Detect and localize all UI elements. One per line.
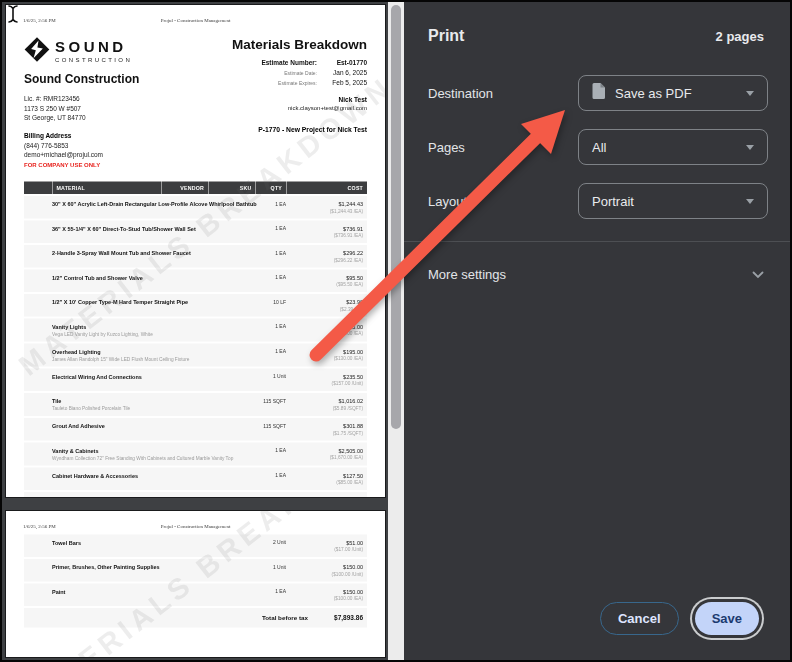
table-row: Vanity & Cabinets Wyndham Collection 72"… [24,442,367,465]
preview-page-1: MATERIALS BREAKDOWN 1/6/25, 2:56 PM Proj… [5,4,386,498]
material-unit-cost: ($85.00 /EA) [286,479,363,485]
print-footer-url: https://appv2.projul.com/#/estimates [24,498,104,499]
print-footer-line: https://appv2.projul.com/#/estimates 1/2 [24,498,367,499]
material-name: Vanity Lights [52,323,252,329]
material-cell: Grout And Adhesive [52,423,254,429]
material-name: 2-Handle 3-Spray Wall Mount Tub and Show… [52,250,252,256]
material-cell: 36" X 55-1/4" X 60" Direct-To-Stud Tub/S… [52,225,254,231]
material-cell: Overhead Lighting James Allan Randolph 1… [52,348,254,361]
table-row: 2-Handle 3-Spray Wall Mount Tub and Show… [24,245,367,268]
print-preview-pane: MATERIALS BREAKDOWN 1/6/25, 2:56 PM Proj… [2,2,388,660]
material-qty: 1 EA [254,447,286,453]
material-name: Towel Bars [52,540,252,546]
material-cost: $127.50 [286,472,363,478]
more-settings-toggle[interactable]: More settings [404,242,790,283]
brand-wordmark: SOUND CONSTRUCTION [55,38,132,63]
material-cell: 30" X 60" Acrylic Left-Drain Rectangular… [52,201,254,207]
material-qty: 10 LF [254,299,286,305]
layout-value: Portrait [592,194,634,209]
material-cell: Paint [52,589,254,595]
print-doc-title: Projul - Construction Management [6,523,385,529]
save-button[interactable]: Save [695,602,759,635]
pages-value: All [592,140,606,155]
layout-dropdown[interactable]: Portrait [578,183,768,219]
material-cost: $1,244.43 [286,201,363,207]
project-name: P-1770 - New Project for Nick Test [202,126,367,134]
material-cost: $150.00 [286,564,363,570]
caret-down-icon [746,199,754,204]
table-row: Primer, Brushes, Other Painting Supplies… [24,559,367,582]
total-before-tax-label: Total before tax [24,614,308,622]
material-name: 1/2" X 10' Copper Type-M Hard Temper Str… [52,299,252,305]
table-row: Tile Tauleto Biano Polished Porcelain Ti… [24,393,367,416]
destination-dropdown[interactable]: Save as PDF [578,75,768,111]
company-logo-icon [24,37,50,65]
material-cost: $301.88 [286,423,363,429]
material-qty: 1 Unit [254,564,286,570]
material-cost: $235.50 [286,373,363,379]
header-vendor: VENDOR [162,181,208,194]
print-header-line: 1/6/25, 2:56 PM Projul - Construction Ma… [6,523,385,529]
material-cost-cell: $95.50 ($95.50 /EA) [286,274,367,287]
material-cell: Vanity Lights Vega LED Vanity Light by K… [52,323,254,336]
print-header-line: 1/6/25, 2:56 PM Projul - Construction Ma… [6,17,385,23]
material-qty: 1 EA [254,323,286,329]
company-license: Lic. #: RMR123456 [24,94,139,104]
chevron-down-icon [752,265,764,283]
total-row: Total before tax $7,893.86 [24,608,367,628]
company-name: Sound Construction [24,72,139,86]
material-description: Vega LED Vanity Light by Kuzco Lighting,… [52,331,252,337]
materials-table-header: MATERIAL VENDOR SKU QTY COST [24,181,367,194]
material-cost: $1,016.02 [286,398,363,404]
material-unit-cost: ($17.00 /Unit) [286,547,363,553]
cancel-button[interactable]: Cancel [600,602,679,635]
material-cell: 1/2" Control Tub and Shower Valve [52,274,254,280]
brand-line1: SOUND [55,38,132,55]
header-image-col [24,181,52,194]
preview-scrollbar-track[interactable] [388,2,404,660]
table-row: Electrical Wiring And Connections 1 Unit… [24,368,367,391]
pages-dropdown[interactable]: All [578,129,768,165]
estimate-number-label: Estimate Number: [202,59,317,67]
material-qty: 1 Unit [254,373,286,379]
material-cost-cell: $195.00 ($130.00 /EA) [286,348,367,361]
preview-scrollbar-thumb[interactable] [391,5,401,429]
dialog-title: Print [428,27,464,45]
material-cost-cell: $296.22 ($296.22 /EA) [286,250,367,263]
layout-label: Layout [428,194,578,209]
company-address-line1: 1173 S 250 W #507 [24,103,139,113]
destination-value: Save as PDF [615,86,692,101]
material-cost: $51.00 [286,540,363,546]
billing-contact: (844) 776-5853 demo+michael@projul.com [24,140,139,160]
table-row: 36" X 55-1/4" X 60" Direct-To-Stud Tub/S… [24,220,367,243]
material-qty: 2 Unit [254,540,286,546]
material-cell: Towel Bars [52,540,254,546]
material-cell: Primer, Brushes, Other Painting Supplies [52,564,254,570]
material-cost-cell: $345.00 ($230.00 /EA) [286,323,367,336]
material-name: Primer, Brushes, Other Painting Supplies [52,564,252,570]
page-count: 2 pages [716,29,764,44]
material-unit-cost: ($736.91 /EA) [286,232,363,238]
material-description: Wyndham Collection 72" Free Standing Wit… [52,455,252,461]
print-dialog-window: MATERIALS BREAKDOWN 1/6/25, 2:56 PM Proj… [0,0,792,662]
material-cost: $2,505.00 [286,447,363,453]
pdf-file-icon [592,83,605,103]
table-row: Towel Bars 2 Unit $51.00 ($17.00 /Unit) [24,535,367,558]
total-before-tax-value: $7,893.86 [308,614,367,622]
material-cost: $23.90 [286,299,363,305]
pages-label: Pages [428,140,578,155]
material-cell: 2-Handle 3-Spray Wall Mount Tub and Show… [52,250,254,256]
material-cost: $95.50 [286,274,363,280]
material-description: Tauleto Biano Polished Porcelain Tile [52,405,252,411]
material-qty: 1 EA [254,225,286,231]
estimate-date-label: Estimate Date: [202,70,317,76]
material-cost: $736.91 [286,225,363,231]
material-name: Electrical Wiring And Connections [52,373,252,379]
material-unit-cost: ($157.00 /Unit) [286,380,363,386]
estimate-expires-label: Estimate Expires: [202,80,317,86]
material-cost: $150.00 [286,589,363,595]
material-name: Paint [52,589,252,595]
print-settings-panel: Print 2 pages Destination Save as PDF Pa… [404,2,790,660]
material-unit-cost: ($100.00 /EA) [286,596,363,602]
company-use-note: FOR COMPANY USE ONLY [24,161,139,168]
